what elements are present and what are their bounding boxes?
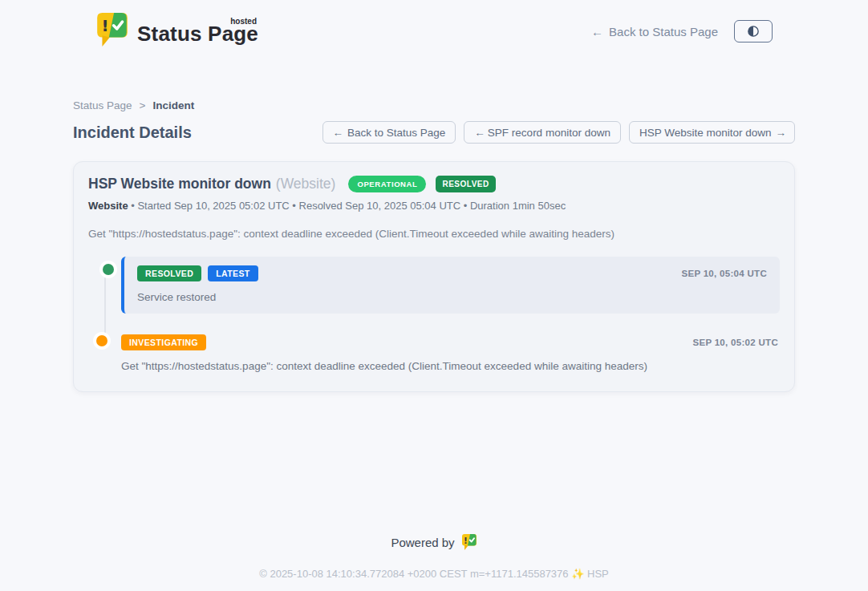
timeline-entry-resolved: RESOLVED LATEST SEP 10, 05:04 UTC Servic… (121, 257, 780, 314)
powered-by-label: Powered by (391, 536, 454, 549)
contrast-half-circle-icon (746, 24, 761, 38)
page-title: Incident Details (73, 123, 192, 142)
timeline-dot-orange (96, 335, 107, 346)
timeline-message: Service restored (137, 291, 767, 303)
site-header: ! hosted Status Page ← Back to Status Pa… (73, 0, 795, 51)
prev-incident-button[interactable]: ← SPF record monitor down (464, 121, 621, 144)
incident-meta: Website • Started Sep 10, 2025 05:02 UTC… (88, 200, 780, 212)
back-to-status-page-link[interactable]: ← Back to Status Page (591, 25, 718, 38)
brand-text: hosted Status Page (137, 17, 258, 45)
arrow-left-icon: ← (333, 127, 344, 139)
incident-nav-buttons: ← Back to Status Page ← SPF record monit… (322, 121, 795, 144)
incident-meta-component: Website (88, 200, 128, 212)
timeline-timestamp: SEP 10, 05:04 UTC (681, 269, 767, 278)
arrow-left-icon: ← (474, 127, 485, 139)
timeline-entry-header: INVESTIGATING SEP 10, 05:02 UTC (121, 334, 778, 350)
timeline-entry-investigating: INVESTIGATING SEP 10, 05:02 UTC Get "htt… (121, 334, 780, 372)
resolved-badge: RESOLVED (436, 176, 495, 192)
status-page-logo-icon: ! (95, 11, 129, 51)
arrow-left-icon: ← (591, 25, 603, 38)
powered-by[interactable]: Powered by ! (73, 533, 795, 551)
next-button-label: HSP Website monitor down (639, 127, 772, 139)
prev-button-label: SPF record monitor down (488, 127, 610, 139)
breadcrumb-root[interactable]: Status Page (73, 99, 132, 111)
site-footer: Powered by ! © 2025-10-08 14:10:34.77208… (73, 533, 795, 580)
timeline-timestamp: SEP 10, 05:02 UTC (692, 338, 778, 347)
copyright-text: © 2025-10-08 14:10:34.772084 +0200 CEST … (73, 568, 795, 580)
breadcrumb: Status Page > Incident (73, 99, 795, 111)
incident-description: Get "https://hostedstatus.page": context… (88, 228, 780, 240)
breadcrumb-separator: > (140, 99, 146, 111)
theme-toggle-button[interactable] (734, 20, 773, 43)
incident-component: (Website) (276, 176, 336, 192)
svg-text:!: ! (101, 17, 108, 35)
arrow-right-icon: → (776, 127, 787, 139)
incident-timeline: RESOLVED LATEST SEP 10, 05:04 UTC Servic… (88, 257, 780, 372)
timeline-badges: RESOLVED LATEST (137, 265, 258, 281)
timeline-entry-header: RESOLVED LATEST SEP 10, 05:04 UTC (137, 265, 767, 281)
back-to-status-page-button[interactable]: ← Back to Status Page (322, 121, 456, 144)
back-link-label: Back to Status Page (609, 25, 718, 38)
brand-name: Status Page (137, 23, 258, 45)
brand-logo[interactable]: ! hosted Status Page (95, 11, 258, 51)
timeline-connector-line (104, 269, 106, 344)
incident-meta-details: • Started Sep 10, 2025 05:02 UTC • Resol… (131, 200, 566, 212)
next-incident-button[interactable]: HSP Website monitor down → (629, 121, 795, 144)
incident-title: HSP Website monitor down (88, 176, 271, 192)
svg-text:!: ! (464, 536, 468, 545)
status-page-logo-icon: ! (461, 533, 477, 551)
timeline-badges: INVESTIGATING (121, 334, 206, 350)
incident-card: HSP Website monitor down (Website) OPERA… (73, 161, 795, 392)
timeline-message: Get "https://hostedstatus.page": context… (121, 360, 778, 372)
latest-badge: LATEST (208, 265, 258, 281)
breadcrumb-current: Incident (152, 99, 194, 111)
investigating-badge: INVESTIGATING (121, 334, 206, 350)
heading-row: Incident Details ← Back to Status Page ←… (73, 121, 795, 144)
resolved-badge: RESOLVED (137, 265, 201, 281)
timeline-dot-green (103, 264, 114, 275)
back-button-label: Back to Status Page (347, 127, 445, 139)
incident-title-row: HSP Website monitor down (Website) OPERA… (88, 176, 780, 192)
operational-badge: OPERATIONAL (348, 176, 426, 192)
header-right: ← Back to Status Page (591, 20, 773, 43)
